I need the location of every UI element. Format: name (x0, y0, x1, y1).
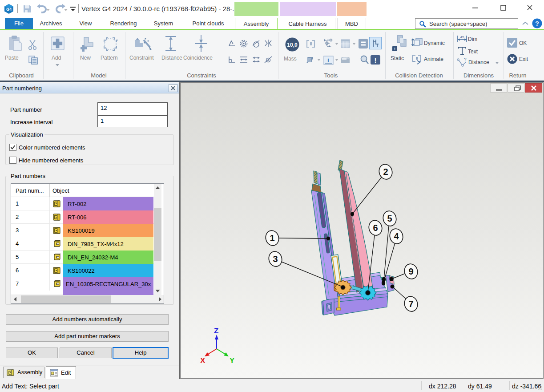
svg-text:10,0: 10,0 (287, 42, 298, 48)
svg-text:Y: Y (230, 356, 235, 365)
svg-text:2: 2 (383, 167, 388, 177)
svg-text:i: i (327, 57, 329, 63)
svg-text:4: 4 (394, 231, 399, 241)
svg-text:6: 6 (373, 223, 378, 233)
svg-text:!: ! (375, 57, 377, 64)
svg-text:Z: Z (214, 327, 218, 335)
svg-text:9: 9 (408, 267, 413, 276)
svg-text:!: ! (394, 47, 395, 51)
svg-text:?: ? (535, 20, 539, 27)
svg-text:45: 45 (460, 35, 464, 39)
svg-text:X: X (200, 356, 206, 365)
svg-text:5: 5 (387, 214, 392, 223)
svg-text:7: 7 (408, 299, 413, 309)
svg-text:?: ? (464, 58, 467, 62)
svg-text:1: 1 (270, 233, 274, 243)
svg-text:3: 3 (273, 254, 278, 264)
svg-text:G4: G4 (6, 7, 12, 12)
